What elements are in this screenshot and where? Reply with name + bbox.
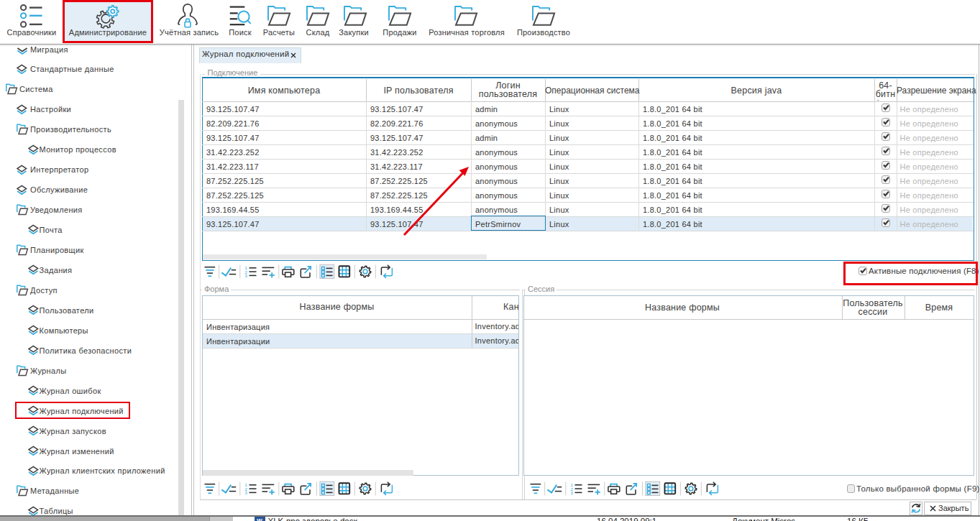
svg-text:3: 3 xyxy=(571,490,574,495)
svg-text:3: 3 xyxy=(245,273,248,278)
svg-text:3: 3 xyxy=(245,490,248,495)
